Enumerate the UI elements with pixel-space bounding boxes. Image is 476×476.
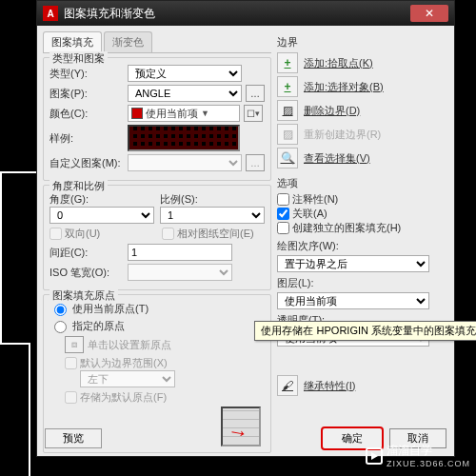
add-select-link[interactable]: 添加:选择对象(B)	[304, 80, 384, 94]
remove-boundary-link[interactable]: 删除边界(D)	[304, 104, 360, 118]
color-select[interactable]: 使用当前项 ▼	[128, 105, 240, 122]
type-select[interactable]: 预定义	[128, 65, 242, 82]
recreate-boundary-icon: ▨	[277, 124, 298, 145]
view-selection-icon[interactable]: 🔍	[277, 148, 298, 169]
pattern-select[interactable]: ANGLE	[128, 85, 242, 102]
bg-color-button[interactable]: ☐▾	[244, 105, 263, 122]
hatch-dialog: A 图案填充和渐变色 ✕ 图案填充 渐变色 类型和图案 类型(Y): 预定义 图…	[36, 0, 455, 457]
type-pattern-group: 类型和图案 类型(Y): 预定义 图案(P): ANGLE … 颜色(C): 使…	[43, 57, 271, 181]
options-title: 选项	[277, 176, 442, 190]
view-selection-link[interactable]: 查看选择集(V)	[304, 151, 370, 166]
associative-checkbox[interactable]: 关联(A)	[277, 207, 442, 221]
tab-gradient[interactable]: 渐变色	[104, 31, 152, 52]
type-label: 类型(Y):	[50, 67, 124, 81]
color-chip-icon	[131, 108, 143, 119]
draw-order-label: 绘图次序(W):	[277, 239, 442, 253]
tab-hatch[interactable]: 图案填充	[43, 31, 102, 52]
color-label: 颜色(C):	[50, 107, 124, 121]
watermark-url: ZIXUE.3D66.COM	[387, 459, 470, 468]
inherit-icon[interactable]: 🖌	[277, 375, 298, 396]
remove-boundary-icon[interactable]: ▨	[277, 100, 298, 121]
pattern-swatch[interactable]	[128, 125, 240, 151]
pattern-label: 图案(P):	[50, 87, 124, 101]
pick-origin-button: ⧈	[65, 336, 84, 353]
add-pick-link[interactable]: 添加:拾取点(K)	[304, 56, 373, 70]
preview-button[interactable]: 预览	[45, 428, 102, 448]
layer-label: 图层(L):	[277, 276, 442, 290]
pattern-browse-button[interactable]: …	[246, 85, 265, 102]
play-icon	[366, 447, 383, 465]
store-origin-checkbox: 存储为默认原点(F)	[65, 390, 265, 405]
sample-label: 样例:	[50, 131, 124, 146]
iso-label: ISO 笔宽(O):	[50, 266, 124, 280]
custom-browse-button: …	[246, 154, 265, 171]
spacing-label: 间距(C):	[50, 246, 124, 260]
tooltip: 使用存储在 HPORIGIN 系统变量中的图案填充	[254, 321, 476, 341]
double-checkbox: 双向(U)	[50, 227, 158, 241]
relative-checkbox: 相对图纸空间(E)	[162, 227, 254, 241]
recreate-boundary-link: 重新创建边界(R)	[304, 128, 381, 142]
custom-label: 自定义图案(M):	[50, 156, 124, 170]
angle-scale-group: 角度和比例 角度(G): 0 比例(S): 1 双向(U) 相对图纸空间(E)	[43, 185, 271, 290]
add-pick-icon[interactable]: +	[277, 52, 298, 73]
extent-select: 左下	[80, 370, 175, 387]
origin-current-radio[interactable]: 使用当前原点(T)	[50, 301, 265, 316]
origin-specified-radio[interactable]: 指定的原点	[50, 318, 265, 333]
watermark-name: 溜溜自学	[387, 443, 470, 459]
scale-select[interactable]: 1	[160, 207, 265, 224]
tab-strip: 图案填充 渐变色	[43, 31, 271, 53]
annotative-checkbox[interactable]: 注释性(N)	[277, 192, 442, 207]
draw-order-select[interactable]: 置于边界之后	[277, 255, 429, 272]
group-title: 图案填充原点	[50, 288, 118, 303]
iso-select	[128, 264, 232, 281]
angle-label: 角度(G):	[50, 192, 156, 207]
dialog-title: 图案填充和渐变色	[64, 6, 155, 22]
independent-checkbox[interactable]: 创建独立的图案填充(H)	[277, 221, 442, 235]
watermark: 溜溜自学 ZIXUE.3D66.COM	[366, 443, 470, 468]
angle-select[interactable]: 0	[50, 207, 154, 224]
pick-origin-label: 单击以设置新原点	[88, 338, 171, 352]
titlebar: A 图案填充和渐变色 ✕	[37, 1, 454, 26]
group-title: 角度和比例	[50, 179, 108, 193]
add-select-icon[interactable]: +	[277, 76, 298, 97]
layer-select[interactable]: 使用当前项	[277, 292, 429, 309]
color-value: 使用当前项	[146, 107, 198, 121]
group-title: 类型和图案	[50, 51, 108, 66]
scale-label: 比例(S):	[160, 192, 265, 207]
default-extent-checkbox: 默认为边界范围(X)	[65, 356, 265, 370]
boundary-title: 边界	[277, 35, 442, 50]
close-button[interactable]: ✕	[410, 5, 448, 22]
custom-select	[128, 154, 242, 171]
inherit-link[interactable]: 继承特性(I)	[304, 379, 355, 393]
spacing-input[interactable]	[128, 244, 232, 261]
app-logo-icon: A	[43, 6, 58, 21]
